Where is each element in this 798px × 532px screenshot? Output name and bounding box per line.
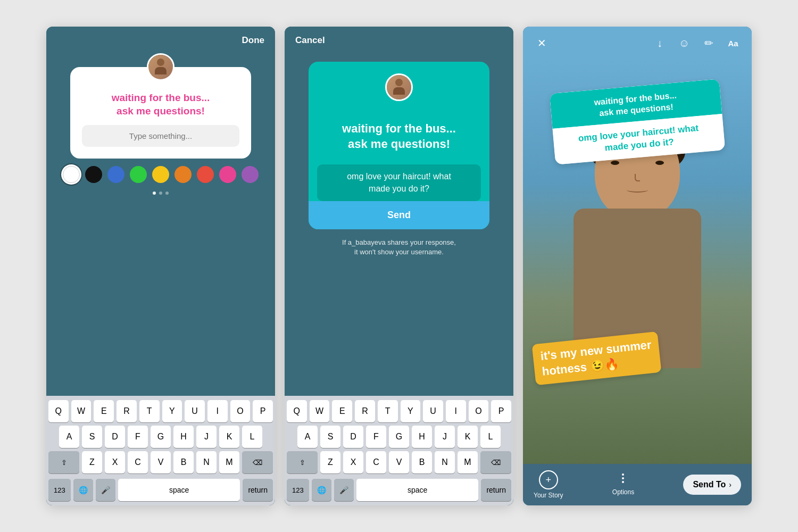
color-orange[interactable]: [174, 166, 192, 183]
key-X[interactable]: X: [105, 451, 125, 473]
color-blue[interactable]: [107, 166, 124, 183]
key-shift[interactable]: ⇧: [48, 451, 79, 473]
key-A-p2[interactable]: A: [297, 426, 318, 448]
key-globe-p2[interactable]: 🌐: [312, 479, 331, 501]
key-M-p2[interactable]: M: [458, 451, 478, 473]
key-E-p2[interactable]: E: [332, 400, 352, 422]
key-backspace[interactable]: ⌫: [242, 451, 273, 473]
prog-dot-2: [159, 192, 162, 195]
key-U[interactable]: U: [185, 400, 205, 422]
key-T[interactable]: T: [139, 400, 160, 422]
key-K[interactable]: K: [219, 426, 239, 448]
key-A[interactable]: A: [59, 426, 79, 448]
key-M[interactable]: M: [219, 451, 239, 473]
key-W[interactable]: W: [71, 400, 92, 422]
key-numbers-p2[interactable]: 123: [287, 479, 309, 501]
yellow-sticker-text: it's my new summer hotness 😉🔥: [540, 337, 654, 379]
color-purple[interactable]: [242, 166, 259, 183]
key-F-p2[interactable]: F: [366, 426, 386, 448]
key-V[interactable]: V: [151, 451, 171, 473]
type-something-input[interactable]: [82, 125, 239, 147]
key-D[interactable]: D: [105, 426, 125, 448]
close-icon[interactable]: ✕: [534, 35, 550, 51]
key-P-p2[interactable]: P: [491, 400, 511, 422]
avatar-head-p2: [395, 79, 403, 86]
key-backspace-p2[interactable]: ⌫: [480, 451, 511, 473]
key-C[interactable]: C: [128, 451, 148, 473]
key-E[interactable]: E: [94, 400, 114, 422]
text-icon[interactable]: Aa: [725, 35, 741, 51]
key-return[interactable]: return: [243, 479, 273, 501]
color-black[interactable]: [85, 166, 102, 183]
key-K-p2[interactable]: K: [458, 426, 478, 448]
send-to-button[interactable]: Send To ›: [683, 475, 741, 495]
key-V-p2[interactable]: V: [389, 451, 409, 473]
key-mic[interactable]: 🎤: [96, 479, 115, 501]
key-globe[interactable]: 🌐: [73, 479, 93, 501]
key-Y[interactable]: Y: [162, 400, 182, 422]
key-S[interactable]: S: [82, 426, 102, 448]
key-mic-p2[interactable]: 🎤: [334, 479, 354, 501]
sticker-icon[interactable]: ☺: [676, 35, 692, 51]
key-U-p2[interactable]: U: [423, 400, 443, 422]
download-icon[interactable]: ↓: [652, 35, 668, 51]
avatar: [147, 53, 174, 81]
key-shift-p2[interactable]: ⇧: [287, 451, 318, 473]
key-N-p2[interactable]: N: [435, 451, 455, 473]
draw-icon[interactable]: ✏: [701, 35, 717, 51]
key-T-p2[interactable]: T: [378, 400, 398, 422]
panel1-content: waiting for the bus... ask me questions!: [46, 46, 275, 396]
your-story-button[interactable]: + Your Story: [534, 470, 563, 499]
key-Q-p2[interactable]: Q: [287, 400, 307, 422]
panel2-frame: Cancel waiting for the bus... ask me que…: [285, 27, 513, 505]
teal-answer-box: omg love your haircut! what made you do …: [317, 164, 481, 201]
prog-dot-1: [153, 192, 156, 195]
key-I-p2[interactable]: I: [446, 400, 466, 422]
key-X-p2[interactable]: X: [343, 451, 363, 473]
key-space-p2[interactable]: space: [356, 479, 479, 501]
kb-row3: ⇧ Z X C V B N M ⌫: [48, 451, 273, 473]
key-O-p2[interactable]: O: [469, 400, 489, 422]
color-green[interactable]: [130, 166, 147, 183]
cancel-button[interactable]: Cancel: [295, 35, 325, 46]
key-S-p2[interactable]: S: [320, 426, 340, 448]
key-B-p2[interactable]: B: [412, 451, 432, 473]
key-R-p2[interactable]: R: [355, 400, 375, 422]
color-white[interactable]: [63, 166, 80, 183]
color-pink[interactable]: [219, 166, 236, 183]
key-D-p2[interactable]: D: [343, 426, 363, 448]
key-L[interactable]: L: [242, 426, 262, 448]
key-J-p2[interactable]: J: [435, 426, 455, 448]
done-button[interactable]: Done: [242, 35, 265, 46]
key-R[interactable]: R: [117, 400, 137, 422]
key-N[interactable]: N: [196, 451, 217, 473]
plus-icon: +: [546, 475, 552, 486]
key-P[interactable]: P: [253, 400, 273, 422]
panel3-top-bar: ✕ ↓ ☺ ✏ Aa: [523, 27, 752, 60]
key-space[interactable]: space: [118, 479, 240, 501]
question-sticker[interactable]: waiting for the bus... ask me questions!…: [550, 79, 725, 164]
options-button[interactable]: Options: [612, 473, 634, 496]
key-F[interactable]: F: [128, 426, 148, 448]
key-I[interactable]: I: [207, 400, 228, 422]
key-Z[interactable]: Z: [82, 451, 102, 473]
key-O[interactable]: O: [230, 400, 251, 422]
key-Z-p2[interactable]: Z: [320, 451, 340, 473]
color-yellow[interactable]: [152, 166, 169, 183]
key-Y-p2[interactable]: Y: [401, 400, 421, 422]
key-H[interactable]: H: [173, 426, 194, 448]
key-W-p2[interactable]: W: [310, 400, 330, 422]
key-return-p2[interactable]: return: [481, 479, 511, 501]
key-H-p2[interactable]: H: [412, 426, 432, 448]
key-J[interactable]: J: [196, 426, 217, 448]
key-L-p2[interactable]: L: [480, 426, 501, 448]
color-red[interactable]: [197, 166, 214, 183]
avatar-silhouette: [152, 59, 169, 76]
key-C-p2[interactable]: C: [366, 451, 386, 473]
key-numbers[interactable]: 123: [48, 479, 71, 501]
send-button[interactable]: Send: [387, 210, 411, 221]
key-B[interactable]: B: [173, 451, 194, 473]
key-Q[interactable]: Q: [48, 400, 69, 422]
key-G[interactable]: G: [151, 426, 171, 448]
key-G-p2[interactable]: G: [389, 426, 409, 448]
